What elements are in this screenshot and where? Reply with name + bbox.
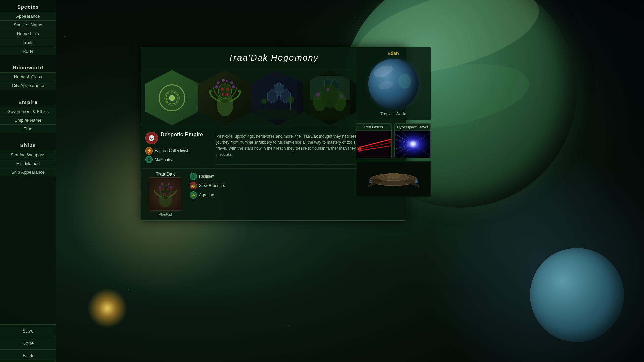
city-portrait-hex[interactable] (251, 70, 304, 125)
section-title-ships: Ships (0, 138, 56, 150)
nature-scene (310, 76, 350, 120)
sidebar-item-name-lists[interactable]: Name Lists (0, 29, 56, 38)
ship-card[interactable] (356, 161, 431, 197)
svg-point-24 (261, 99, 267, 104)
ethic-row-2: ⚙ Materialist (145, 156, 211, 163)
planet-small (530, 248, 624, 342)
svg-point-45 (158, 186, 161, 189)
trait-label-resilient: Resilient (199, 174, 214, 179)
trait-label-agrarian: Agrarian (199, 193, 214, 197)
svg-point-12 (232, 85, 235, 89)
hyperspace-card[interactable]: Hyperspace Travel (394, 123, 431, 158)
laser-svg (356, 131, 391, 158)
svg-point-33 (321, 84, 338, 108)
ethic-label-materialist: Materialist (155, 157, 173, 162)
ethic-label-collectivist: Fanatic Collectivist (155, 148, 188, 153)
section-title-species: Species (0, 0, 56, 12)
sidebar-item-government[interactable]: Government & Ethics (0, 107, 56, 116)
red-lasers-visual (356, 131, 391, 158)
ethic-icon-collectivist: ⚡ (145, 147, 153, 155)
sidebar-item-appearance[interactable]: Appearance (0, 12, 56, 20)
species-portrait-area: Traa'Dak (145, 171, 185, 216)
sidebar-item-empire-name[interactable]: Empire Name (0, 116, 56, 124)
red-lasers-card[interactable]: Red Lasers (356, 123, 392, 158)
species-name: Traa'Dak (145, 171, 185, 177)
trait-icon-agrarian: 🌾 (190, 191, 197, 199)
hyperspace-svg (395, 131, 430, 158)
trait-label-slow: Slow Breeders (199, 183, 225, 188)
ethic-icon-materialist: ⚙ (145, 156, 153, 163)
alien-portrait-hex[interactable] (198, 70, 252, 125)
svg-point-16 (226, 80, 228, 82)
svg-rect-77 (369, 179, 381, 180)
empire-header: 💀 Despotic Empire (145, 132, 211, 144)
svg-point-13 (217, 81, 220, 84)
sidebar: Species Appearance Species Name Name Lis… (0, 0, 56, 362)
sidebar-item-flag[interactable]: Flag (0, 124, 56, 133)
svg-rect-22 (257, 110, 298, 120)
homeworld-planet-image (368, 59, 419, 109)
svg-point-56 (387, 139, 391, 143)
back-button[interactable]: Back (0, 350, 56, 362)
homeworld-name: Eden (359, 51, 427, 56)
sidebar-item-species-name[interactable]: Species Name (0, 20, 56, 29)
svg-point-5 (218, 84, 232, 99)
homeworld-type: Tropical World (359, 112, 427, 116)
trait-icon-slow: 🐢 (190, 182, 197, 189)
svg-point-0 (169, 95, 175, 101)
save-button[interactable]: Save (0, 325, 56, 337)
empire-name: Despotic Empire (161, 132, 203, 138)
svg-point-11 (215, 85, 218, 89)
svg-point-9 (221, 88, 224, 90)
species-portrait-svg (150, 179, 180, 209)
empire-emblem (159, 84, 185, 111)
ethic-row-1: ⚡ Fanatic Collectivist (145, 147, 211, 155)
svg-point-44 (167, 188, 169, 191)
svg-point-14 (230, 81, 233, 84)
svg-point-35 (340, 95, 343, 98)
sidebar-bottom-buttons: Save Done Back (0, 324, 56, 362)
sidebar-item-traits[interactable]: Traits (0, 38, 56, 47)
hyperspace-visual (395, 131, 430, 158)
svg-point-43 (162, 188, 164, 191)
svg-point-55 (358, 148, 361, 150)
alien-creature (205, 74, 245, 121)
city-scene (257, 76, 298, 120)
hyperspace-label: Hyperspace Travel (395, 124, 430, 131)
section-title-empire: Empire (0, 95, 56, 107)
weapons-ftl-row: Red Lasers Hyperspace Tra (356, 123, 431, 158)
svg-point-72 (387, 173, 400, 178)
empire-icon: 💀 (145, 132, 158, 144)
species-image[interactable] (149, 177, 182, 211)
sidebar-item-city-appearance[interactable]: City Appearance (0, 81, 56, 90)
section-title-homeworld: Homeworld (0, 61, 56, 72)
sidebar-item-ship-appearance[interactable]: Ship Appearance (0, 168, 56, 176)
svg-point-34 (316, 93, 320, 97)
done-button[interactable]: Done (0, 337, 56, 350)
sun-glow (87, 288, 127, 328)
svg-rect-78 (369, 181, 383, 182)
nature-portrait-hex[interactable] (303, 70, 357, 125)
trait-icon-resilient: 🛡 (190, 173, 197, 180)
species-type: Plantoid (145, 212, 185, 216)
sidebar-item-ruler[interactable]: Ruler (0, 47, 56, 55)
svg-point-46 (170, 186, 172, 189)
right-side-panel: Eden Tropical World Red Lasers (356, 47, 431, 197)
svg-point-10 (226, 88, 229, 90)
sidebar-item-ftl-method[interactable]: FTL Method (0, 159, 56, 168)
empire-info: 💀 Despotic Empire ⚡ Fanatic Collectivist… (145, 132, 211, 165)
ship-svg (357, 162, 430, 196)
emblem-hex[interactable] (145, 70, 199, 125)
svg-point-36 (327, 88, 329, 91)
svg-point-15 (222, 79, 225, 82)
sidebar-item-starting-weapons[interactable]: Starting Weapons (0, 150, 56, 159)
sidebar-item-name-class[interactable]: Name & Class (0, 72, 56, 81)
homeworld-card[interactable]: Eden Tropical World (356, 47, 431, 120)
svg-point-26 (287, 96, 294, 103)
svg-point-47 (161, 183, 163, 185)
gear-icon (164, 89, 180, 106)
svg-point-48 (168, 183, 170, 185)
svg-point-68 (410, 141, 416, 147)
red-lasers-label: Red Lasers (356, 124, 391, 131)
